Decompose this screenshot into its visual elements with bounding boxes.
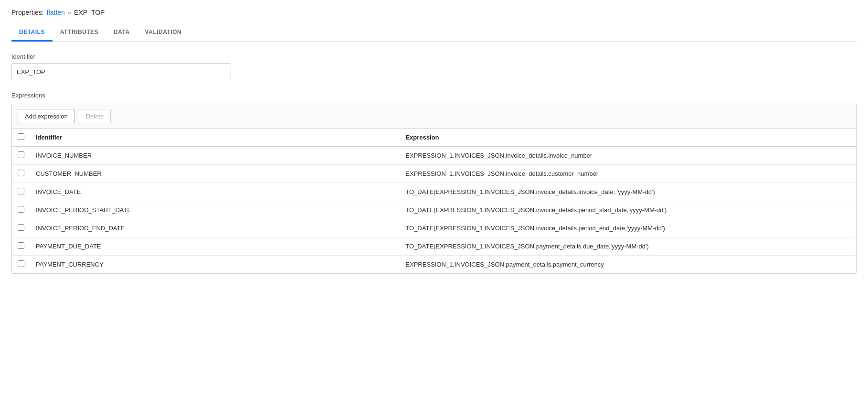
delete-button[interactable]: Delete <box>79 109 111 123</box>
row-checkbox[interactable] <box>18 224 24 231</box>
row-identifier: INVOICE_PERIOD_START_DATE <box>30 201 400 219</box>
table-row: PAYMENT_CURRENCYEXPRESSION_1.INVOICES_JS… <box>12 256 856 274</box>
row-expression: EXPRESSION_1.INVOICES_JSON.invoice_detai… <box>400 165 856 183</box>
row-checkbox-cell <box>12 237 30 256</box>
breadcrumb-prefix: Properties: <box>11 9 44 16</box>
page-container: Properties: flatten » EXP_TOP DETAILS AT… <box>0 0 868 297</box>
row-expression: EXPRESSION_1.INVOICES_JSON.payment_detai… <box>400 256 856 274</box>
row-identifier: PAYMENT_DUE_DATE <box>30 237 400 256</box>
expressions-table: Identifier Expression INVOICE_NUMBEREXPR… <box>12 129 856 273</box>
expressions-section: Expressions Add expression Delete Identi… <box>11 92 857 274</box>
breadcrumb: Properties: flatten » EXP_TOP <box>11 9 857 16</box>
col-header-checkbox <box>12 129 30 147</box>
row-checkbox[interactable] <box>18 170 24 176</box>
row-checkbox-cell <box>12 256 30 274</box>
tab-details[interactable]: DETAILS <box>11 24 53 42</box>
row-identifier: INVOICE_NUMBER <box>30 147 400 165</box>
identifier-section: Identifier <box>11 53 857 80</box>
row-checkbox-cell <box>12 183 30 201</box>
row-checkbox[interactable] <box>18 260 24 267</box>
row-checkbox-cell <box>12 165 30 183</box>
expressions-toolbar: Add expression Delete <box>12 104 856 129</box>
row-checkbox-cell <box>12 201 30 219</box>
row-checkbox[interactable] <box>18 242 24 249</box>
breadcrumb-separator: » <box>68 9 71 16</box>
table-row: PAYMENT_DUE_DATETO_DATE(EXPRESSION_1.INV… <box>12 237 856 256</box>
row-identifier: INVOICE_PERIOD_END_DATE <box>30 219 400 237</box>
row-expression: TO_DATE(EXPRESSION_1.INVOICES_JSON.payme… <box>400 237 856 256</box>
row-expression: TO_DATE(EXPRESSION_1.INVOICES_JSON.invoi… <box>400 183 856 201</box>
row-checkbox[interactable] <box>18 188 24 194</box>
row-identifier: PAYMENT_CURRENCY <box>30 256 400 274</box>
breadcrumb-link[interactable]: flatten <box>47 9 65 16</box>
table-row: INVOICE_PERIOD_END_DATETO_DATE(EXPRESSIO… <box>12 219 856 237</box>
tab-data[interactable]: DATA <box>106 24 138 42</box>
tabs-container: DETAILS ATTRIBUTES DATA VALIDATION <box>11 24 857 42</box>
col-header-identifier: Identifier <box>30 129 400 147</box>
table-body: INVOICE_NUMBEREXPRESSION_1.INVOICES_JSON… <box>12 147 856 274</box>
breadcrumb-current: EXP_TOP <box>74 9 105 16</box>
col-header-expression: Expression <box>400 129 856 147</box>
identifier-label: Identifier <box>11 53 857 60</box>
expressions-container: Add expression Delete Identifier Express… <box>11 104 857 274</box>
table-header-row: Identifier Expression <box>12 129 856 147</box>
row-expression: TO_DATE(EXPRESSION_1.INVOICES_JSON.invoi… <box>400 201 856 219</box>
identifier-input[interactable] <box>11 63 231 80</box>
select-all-checkbox[interactable] <box>18 133 24 140</box>
row-identifier: CUSTOMER_NUMBER <box>30 165 400 183</box>
table-row: INVOICE_NUMBEREXPRESSION_1.INVOICES_JSON… <box>12 147 856 165</box>
add-expression-button[interactable]: Add expression <box>18 109 75 123</box>
table-row: INVOICE_DATETO_DATE(EXPRESSION_1.INVOICE… <box>12 183 856 201</box>
tab-validation[interactable]: VALIDATION <box>138 24 190 42</box>
row-expression: TO_DATE(EXPRESSION_1.INVOICES_JSON.invoi… <box>400 219 856 237</box>
row-expression: EXPRESSION_1.INVOICES_JSON.invoice_detai… <box>400 147 856 165</box>
tab-attributes[interactable]: ATTRIBUTES <box>53 24 106 42</box>
table-row: CUSTOMER_NUMBEREXPRESSION_1.INVOICES_JSO… <box>12 165 856 183</box>
row-identifier: INVOICE_DATE <box>30 183 400 201</box>
row-checkbox-cell <box>12 147 30 165</box>
row-checkbox[interactable] <box>18 206 24 213</box>
row-checkbox[interactable] <box>18 151 24 158</box>
table-row: INVOICE_PERIOD_START_DATETO_DATE(EXPRESS… <box>12 201 856 219</box>
row-checkbox-cell <box>12 219 30 237</box>
expressions-label: Expressions <box>11 92 857 99</box>
